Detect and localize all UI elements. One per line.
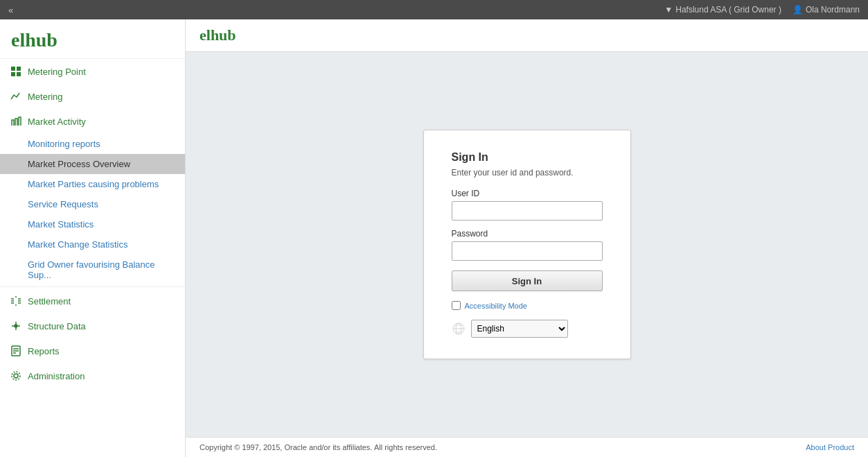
sidebar-item-metering-point[interactable]: Metering Point: [0, 59, 185, 84]
about-product-link[interactable]: About Product: [806, 443, 854, 451]
collapse-button[interactable]: «: [8, 5, 13, 15]
sidebar-item-administration[interactable]: Administration: [0, 363, 185, 388]
main-layout: elhub Metering Point Metering: [0, 19, 868, 457]
sidebar-item-label: Reports: [28, 346, 60, 356]
sidebar-subitem-market-process-overview[interactable]: Market Process Overview: [0, 154, 185, 174]
password-label: Password: [452, 229, 603, 239]
accessibility-checkbox[interactable]: [452, 301, 461, 310]
password-group: Password: [452, 229, 603, 261]
sidebar-subitem-grid-owner[interactable]: Grid Owner favourising Balance Sup...: [0, 255, 185, 285]
sidebar-subitem-monitoring-reports[interactable]: Monitoring reports: [0, 134, 185, 154]
person-icon: 👤: [792, 5, 803, 15]
settlement-icon: [10, 295, 22, 307]
svg-point-19: [14, 374, 18, 378]
sidebar-item-structure-data[interactable]: Structure Data: [0, 313, 185, 338]
userid-input[interactable]: [452, 201, 603, 221]
reports-icon: [10, 345, 22, 357]
sidebar-subitem-market-change-statistics[interactable]: Market Change Statistics: [0, 234, 185, 255]
sidebar-subitem-service-requests[interactable]: Service Requests: [0, 194, 185, 214]
content-area: elhub Sign In Enter your user id and pas…: [186, 19, 868, 457]
sidebar: elhub Metering Point Metering: [0, 19, 186, 457]
content-logo: elhub: [200, 26, 236, 44]
metering-icon: [10, 90, 22, 103]
signin-title: Sign In: [452, 151, 603, 164]
sidebar-item-label: Structure Data: [28, 321, 86, 331]
user-name: Ola Nordmann: [806, 5, 860, 15]
logo-text: elhub: [11, 29, 57, 51]
accessibility-label: Accessibility Mode: [465, 302, 527, 310]
sidebar-item-label: Settlement: [28, 296, 71, 307]
svg-point-20: [12, 372, 20, 380]
userid-label: User ID: [452, 189, 603, 198]
sidebar-subitem-market-statistics[interactable]: Market Statistics: [0, 214, 185, 234]
grid-icon: [10, 65, 22, 78]
copyright-text: Copyright © 1997, 2015, Oracle and/or it…: [200, 443, 437, 451]
password-input[interactable]: [452, 241, 603, 261]
svg-rect-0: [11, 67, 15, 71]
globe-icon: [452, 322, 466, 336]
language-row: English Norwegian: [452, 320, 603, 338]
language-select[interactable]: English Norwegian: [471, 320, 568, 338]
signin-button[interactable]: Sign In: [452, 270, 603, 291]
svg-point-14: [15, 325, 17, 327]
sidebar-item-label: Metering Point: [28, 67, 86, 77]
sidebar-item-settlement[interactable]: Settlement: [0, 288, 185, 313]
signin-box: Sign In Enter your user id and password.…: [423, 130, 631, 359]
sidebar-item-label: Metering: [28, 92, 63, 102]
content-header: elhub: [186, 19, 868, 52]
topbar: « ▼ Hafslund ASA ( Grid Owner ) 👤 Ola No…: [0, 0, 868, 19]
svg-rect-2: [11, 72, 15, 76]
org-selector[interactable]: ▼ Hafslund ASA ( Grid Owner ): [664, 5, 781, 15]
sidebar-item-metering[interactable]: Metering: [0, 84, 185, 109]
org-arrow-icon: ▼: [664, 5, 673, 15]
sidebar-item-label: Administration: [28, 371, 85, 381]
svg-rect-1: [17, 67, 21, 71]
org-name: Hafslund ASA ( Grid Owner ): [675, 5, 781, 15]
sidebar-logo: elhub: [0, 19, 185, 59]
sidebar-item-reports[interactable]: Reports: [0, 338, 185, 363]
content-body: Sign In Enter your user id and password.…: [186, 52, 868, 437]
user-menu[interactable]: 👤 Ola Nordmann: [792, 5, 860, 15]
svg-rect-3: [17, 72, 21, 76]
signin-subtitle: Enter your user id and password.: [452, 168, 603, 178]
market-icon: [10, 115, 22, 128]
divider: [0, 286, 185, 287]
userid-group: User ID: [452, 189, 603, 221]
content-footer: Copyright © 1997, 2015, Oracle and/or it…: [186, 437, 868, 457]
accessibility-row: Accessibility Mode: [452, 301, 603, 310]
structure-icon: [10, 320, 22, 332]
sidebar-item-label: Market Activity: [28, 117, 86, 127]
sidebar-subitem-market-parties[interactable]: Market Parties causing problems: [0, 174, 185, 194]
admin-icon: [10, 370, 22, 382]
sidebar-item-market-activity[interactable]: Market Activity: [0, 109, 185, 134]
